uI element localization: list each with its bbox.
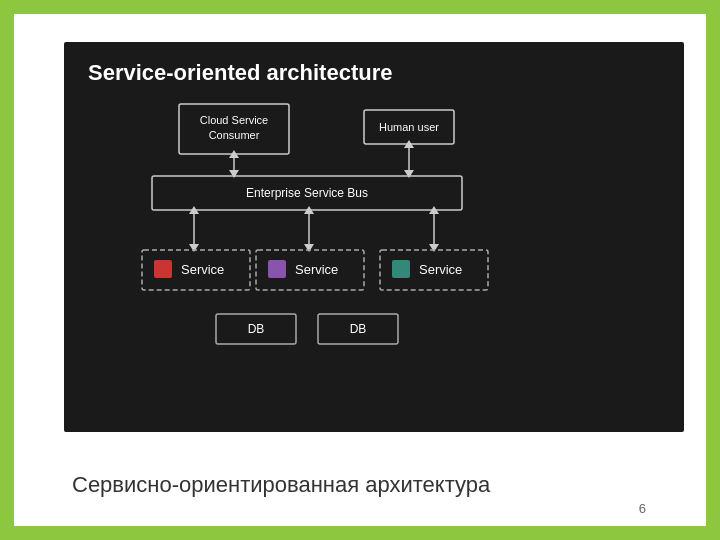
svg-marker-20 [429,244,439,252]
svg-text:Human user: Human user [379,121,439,133]
svg-text:Service: Service [295,262,338,277]
svg-text:Enterprise Service Bus: Enterprise Service Bus [246,186,368,200]
svg-marker-6 [229,170,239,178]
svg-text:Service: Service [419,262,462,277]
diagram: Cloud Service Consumer Human user Enterp… [64,96,684,406]
svg-text:Consumer: Consumer [209,129,260,141]
diagram-svg: Cloud Service Consumer Human user Enterp… [64,96,684,406]
svg-marker-9 [404,170,414,178]
slide-title: Service-oriented architecture [64,42,684,96]
caption-text: Сервисно-ориентированная архитектура [72,472,490,497]
svg-rect-29 [392,260,410,278]
svg-marker-17 [304,244,314,252]
svg-text:Service: Service [181,262,224,277]
page-number: 6 [639,501,646,516]
svg-text:DB: DB [248,322,265,336]
caption: Сервисно-ориентированная архитектура [64,472,684,498]
svg-text:DB: DB [350,322,367,336]
svg-rect-26 [268,260,286,278]
slide: Service-oriented architecture Cloud Serv… [64,42,684,432]
svg-text:Cloud Service: Cloud Service [200,114,268,126]
svg-rect-23 [154,260,172,278]
svg-marker-14 [189,244,199,252]
outer-frame: Service-oriented architecture Cloud Serv… [0,0,720,540]
